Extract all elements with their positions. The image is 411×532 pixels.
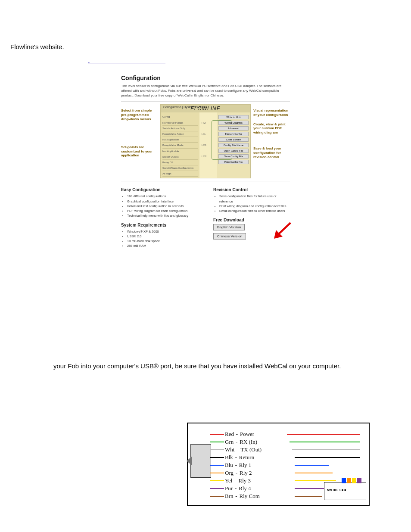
card-columns: Easy Configuration 169 different configu… <box>121 187 290 252</box>
screenshot-row: Select from simple pre-programmed drop-d… <box>121 101 290 181</box>
terminal-icon <box>357 478 361 483</box>
wire-label-green: Grn-RX (In) <box>225 439 257 445</box>
wire-label-orange: Org-Rly 2 <box>225 470 252 476</box>
wire-segment <box>292 449 360 451</box>
sysreq-title: System Requirements <box>121 223 198 227</box>
wire-stub <box>210 473 224 473</box>
list-item: 169 different configurations <box>127 194 198 199</box>
wire-segment <box>290 442 360 442</box>
fake-button: Print Config File <box>218 160 249 164</box>
body-paragraph: your Fob into your computer's USB® port,… <box>53 361 401 371</box>
right-callouts: Visual representation of your configurat… <box>253 104 290 159</box>
free-download-title: Free Download <box>213 218 290 222</box>
flowline-logo: FLOWLINE <box>190 106 220 112</box>
wire-stub <box>210 488 224 489</box>
svg-marker-0 <box>274 222 291 239</box>
fake-menu-item: Relay Off <box>162 160 198 165</box>
easy-config-list: 169 different configurations Graphical c… <box>127 194 198 218</box>
easy-config-title: Easy Configuration <box>121 187 198 192</box>
wire-label-black: Blk-Return <box>225 454 254 460</box>
terminal-block <box>341 477 361 485</box>
fake-menu-item: Number of Pumps <box>162 120 198 126</box>
wire-segment <box>295 473 333 473</box>
wire-label-yellow: Yel-Rly 3 <box>225 478 251 483</box>
callout-setpoints: Set-points are customized to your applic… <box>121 145 158 158</box>
chinese-download-button[interactable]: Chinese Version <box>213 233 246 240</box>
wire-segment <box>295 480 336 481</box>
wire-segment <box>295 457 360 458</box>
fake-menu-item: All High <box>162 171 198 177</box>
callout-saveload: Save & load your configuration for revis… <box>253 146 290 159</box>
card-intro: The level sensor is configurable via our… <box>121 84 290 98</box>
english-download-button[interactable]: English Version <box>213 224 245 230</box>
wiring-diagram: Red-Power Grn-RX (In) Wht-TX (Out) Blk-R… <box>187 423 370 506</box>
wire-label-purple: Pur-Rly 4 <box>225 485 251 491</box>
list-item: Save configuration files for future use … <box>219 194 290 204</box>
list-item: Windows® XP & 2000 <box>127 229 198 234</box>
connector-plug-icon <box>190 444 211 478</box>
tank-level: HI1 <box>202 133 206 135</box>
list-item: Technical help menu with tips and glossa… <box>127 213 198 218</box>
tank-level: LO2 <box>202 155 206 158</box>
wire-stub <box>210 480 224 481</box>
target-board: NW HO. 1 ■ ■ <box>324 482 366 500</box>
fake-dropdown-list: Config Number of Pumps Switch Actions On… <box>161 112 199 178</box>
tank-level: LO1 <box>202 144 206 146</box>
red-arrow-icon <box>273 220 293 240</box>
fake-menu-item: Switch Hysteresis/Deadband <box>162 177 198 178</box>
fake-menu-item: Switch Actions Only <box>162 126 198 131</box>
fake-button: Write to Unit <box>218 115 249 119</box>
config-card: Configuration The level sensor is config… <box>115 69 296 258</box>
intro-fragment: Flowline's website. <box>10 43 401 50</box>
tank-level: HI2 <box>202 121 206 124</box>
right-column: Revision Control Save configuration file… <box>213 187 290 252</box>
list-item: PDF wiring diagram for each configuratio… <box>127 208 198 213</box>
tank-graphic: HI2 HI1 LO1 LO2 <box>199 112 217 178</box>
fake-menu-item: Not Applicable <box>162 137 198 143</box>
fake-menu-item: Switch Output <box>162 154 198 160</box>
left-callouts: Select from simple pre-programmed drop-d… <box>121 104 158 158</box>
wire-stub <box>210 465 224 466</box>
website-link[interactable] <box>88 56 165 63</box>
wire-segment <box>295 465 329 466</box>
wire-segment <box>295 496 322 497</box>
wire-label-blue: Blu-Rly 1 <box>225 462 251 468</box>
wire-label-white: Wht-TX (Out) <box>225 447 262 452</box>
list-item: Print wiring diagram and configuration t… <box>219 204 290 208</box>
list-item: USB® 2.0 <box>127 234 198 239</box>
terminal-icon <box>342 478 346 483</box>
terminal-icon <box>352 478 356 483</box>
callout-visual: Visual representation of your configurat… <box>253 109 290 117</box>
wire-stub <box>210 442 224 442</box>
left-column: Easy Configuration 169 different configu… <box>121 187 198 252</box>
list-item: Graphical configuration interface <box>127 199 198 204</box>
wire-stub <box>210 496 224 497</box>
tank-outline: HI2 HI1 LO1 LO2 <box>212 120 232 160</box>
fake-menu-item: Pump/Valve Action <box>162 131 198 137</box>
fake-menu-item: Not Applicable <box>162 149 198 154</box>
callout-menus: Select from simple pre-programmed drop-d… <box>121 109 158 121</box>
wire-label-brown: Brn-Rly Com <box>225 493 260 499</box>
fake-menu-item: Pump/Valve Mode <box>162 143 198 148</box>
fake-menu-item: Switch/Alarm Configuration <box>162 165 198 171</box>
webcal-screenshot: Configuration | Hysteresis | Done FLOWLI… <box>160 104 251 178</box>
list-item: Email configuration files to other remot… <box>219 208 290 213</box>
card-title: Configuration <box>121 75 290 81</box>
callout-pdf: Create, view & print your custom PDF wir… <box>253 122 290 135</box>
revision-title: Revision Control <box>213 187 290 192</box>
sysreq-list: Windows® XP & 2000 USB® 2.0 10 mB hard d… <box>127 229 198 249</box>
wire-stub <box>210 457 224 458</box>
wire-stub <box>210 449 224 450</box>
fake-menu-item: Config <box>162 114 198 120</box>
wire-stub <box>210 434 224 435</box>
list-item: 10 mB hard disk space <box>127 239 198 243</box>
terminal-icon <box>347 478 351 483</box>
document-page: Flowline's website. Configuration The le… <box>0 0 411 532</box>
list-item: 256 mB RAM <box>127 243 198 248</box>
wire-label-red: Red-Power <box>225 431 254 437</box>
revision-list: Save configuration files for future use … <box>219 194 290 213</box>
list-item: Install and test configuration in second… <box>127 204 198 208</box>
wire-segment <box>287 434 360 435</box>
